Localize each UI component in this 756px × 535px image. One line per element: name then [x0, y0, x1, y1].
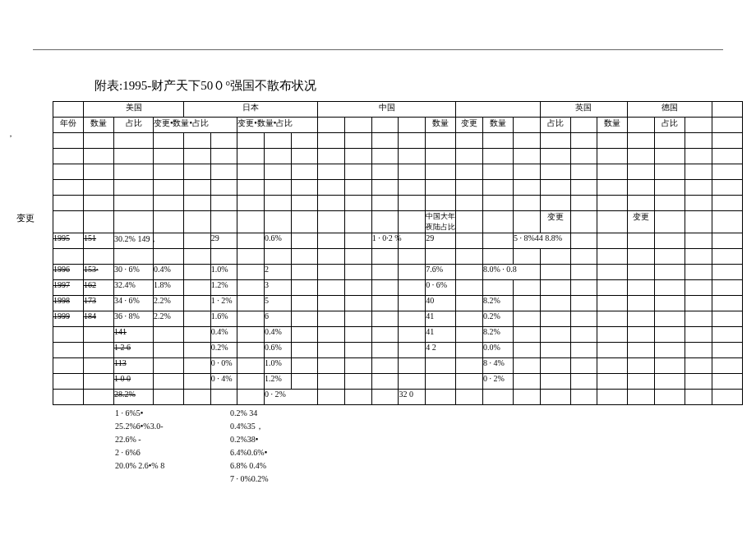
- cell: 0 · 6%: [426, 280, 456, 296]
- blank-row: [53, 249, 743, 265]
- cell: 0.2%: [482, 311, 513, 327]
- data-row: 1999 184 36 · 8% 2.2% 1.6% 6 41 0.2%: [53, 311, 743, 327]
- hdr-chg2: 变更: [628, 211, 655, 233]
- line: 6.4%0.6%•: [230, 446, 269, 459]
- blank-row: [53, 180, 743, 196]
- blank-row: [53, 149, 743, 164]
- data-row: 141 0.4% 0.4% 41 8.2%: [53, 327, 743, 343]
- cell: 29: [210, 233, 237, 249]
- hdr-qty: 数量: [597, 118, 628, 133]
- line: 25.2%6•%3.0-: [115, 420, 164, 433]
- table-title: 附表:1995-财产天下50０°强国不散布状况: [94, 78, 316, 94]
- cell: 30.2% 149，: [114, 233, 154, 249]
- cell: 32.4%: [114, 280, 154, 296]
- hdr-uk: 英国: [540, 102, 628, 118]
- cell: 8.2%: [482, 296, 513, 311]
- data-row: 1997 162 32.4% 1.8% 1.2% 3 0 · 6%: [53, 280, 743, 296]
- cell: 29: [426, 233, 456, 249]
- cn-mainland-label: 中国大年夜陆占比: [426, 211, 456, 233]
- cell: 0.4%: [153, 265, 183, 280]
- hdr-qty: 数量: [482, 118, 513, 133]
- cell: 1 · 0·2 %: [371, 233, 399, 249]
- stray-comma: ，: [7, 128, 15, 140]
- line: 2 · 6%6: [115, 446, 164, 459]
- hdr-jp: 日本: [184, 102, 318, 118]
- cell: 3: [265, 280, 292, 296]
- line: 6.8% 0.4%: [230, 459, 269, 473]
- cell: 1999: [53, 311, 84, 327]
- cell: 1995: [53, 233, 84, 249]
- cell: 28.2%: [114, 390, 154, 405]
- cell: 1.0%: [265, 358, 292, 374]
- cell: 0 · 0%: [210, 358, 237, 374]
- main-table: 美国 日本 中国 英国 德国 年份 数量 占比 变更•数量•占比 变更•数量•占…: [53, 101, 743, 405]
- blank-row: [53, 196, 743, 211]
- cell: 1998: [53, 296, 84, 311]
- cell: 36 · 8%: [114, 311, 154, 327]
- hdr-ratio: 占比: [655, 118, 685, 133]
- cell: 1 0 0: [114, 374, 154, 390]
- hdr-chg: 变更•数量•占比: [153, 118, 237, 133]
- cell: 0.6%: [265, 343, 292, 358]
- line: 22.6% -: [115, 433, 164, 446]
- data-row: 1996 153· 30 · 6% 0.4% 1.0% 2 7.6% 8.0% …: [53, 265, 743, 280]
- cn-label-row: 中国大年夜陆占比 变更 变更: [53, 211, 743, 233]
- cell: 1.6%: [210, 311, 237, 327]
- hdr-ratio: 占比: [114, 118, 154, 133]
- country-header-row: 美国 日本 中国 英国 德国: [53, 102, 743, 118]
- cell: 0 · 4%: [210, 374, 237, 390]
- cell: 0 · 2%: [265, 390, 318, 405]
- cell: 41: [426, 327, 456, 343]
- hdr-ratio: 占比: [540, 118, 570, 133]
- cell: 151: [84, 233, 114, 249]
- data-row: 1998 173 34 · 6% 2.2% 1 · 2% 5 40 8.2%: [53, 296, 743, 311]
- cell: 0.0%: [482, 343, 513, 358]
- line: 0.4%35，: [230, 420, 269, 433]
- blank-row: [53, 164, 743, 180]
- cell: 153·: [84, 265, 114, 280]
- cell: 2.2%: [153, 311, 183, 327]
- cell: 32 0: [399, 390, 426, 405]
- cell: 40: [426, 296, 456, 311]
- data-row: 1 2 6 0.2% 0.6% 4 2 0.0%: [53, 343, 743, 358]
- hdr-qty: 数量: [84, 118, 114, 133]
- data-row: 28.2% 0 · 2% 32 0: [53, 390, 743, 405]
- line: 20.0% 2.6•% 8: [115, 459, 164, 473]
- cell: 162: [84, 280, 114, 296]
- cell: 0 · 2%: [482, 374, 513, 390]
- cell: 0.6%: [265, 233, 292, 249]
- cell: 1 2 6: [114, 343, 154, 358]
- cell: 8 · 4%: [482, 358, 513, 374]
- cell: 4 2: [426, 343, 456, 358]
- cell: 141: [114, 327, 154, 343]
- hdr-year: 年份: [53, 118, 84, 133]
- hdr-chg2: 变更: [540, 211, 570, 233]
- hdr-us: 美国: [84, 102, 184, 118]
- data-row: 1 0 0 0 · 4% 1.2% 0 · 2%: [53, 374, 743, 390]
- cell: 1.2%: [265, 374, 292, 390]
- cell: 0.2%: [210, 343, 237, 358]
- cell: 34 · 6%: [114, 296, 154, 311]
- cell: 8.2%: [482, 327, 513, 343]
- cell: 1.0%: [210, 265, 237, 280]
- sub-header-row: 年份 数量 占比 变更•数量•占比 变更•数量•占比 数量 变更 数量 占比 数…: [53, 118, 743, 133]
- line: 1 · 6%5•: [115, 407, 164, 420]
- below-left-block: 1 · 6%5• 25.2%6•%3.0- 22.6% - 2 · 6%6 20…: [115, 407, 164, 473]
- cell: 7.6%: [426, 265, 456, 280]
- line: 7 · 0%0.2%: [230, 473, 269, 486]
- cell: 0.4%: [265, 327, 292, 343]
- data-row: 113 0 · 0% 1.0% 8 · 4%: [53, 358, 743, 374]
- cell: 0.4%: [210, 327, 237, 343]
- cell: 41: [426, 311, 456, 327]
- blank-row: [53, 133, 743, 149]
- line: 0.2% 34: [230, 407, 269, 420]
- cell: 5 · 8%44 8.8%: [513, 233, 570, 249]
- hdr-chg2: 变更: [456, 118, 483, 133]
- line: 0.2%38•: [230, 433, 269, 446]
- cell: 6: [265, 311, 292, 327]
- cell: 1996: [53, 265, 84, 280]
- cell: 1.8%: [153, 280, 183, 296]
- main-table-wrap: 美国 日本 中国 英国 德国 年份 数量 占比 变更•数量•占比 变更•数量•占…: [53, 101, 743, 405]
- cell: 2.2%: [153, 296, 183, 311]
- hdr-chg: 变更•数量•占比: [237, 118, 318, 133]
